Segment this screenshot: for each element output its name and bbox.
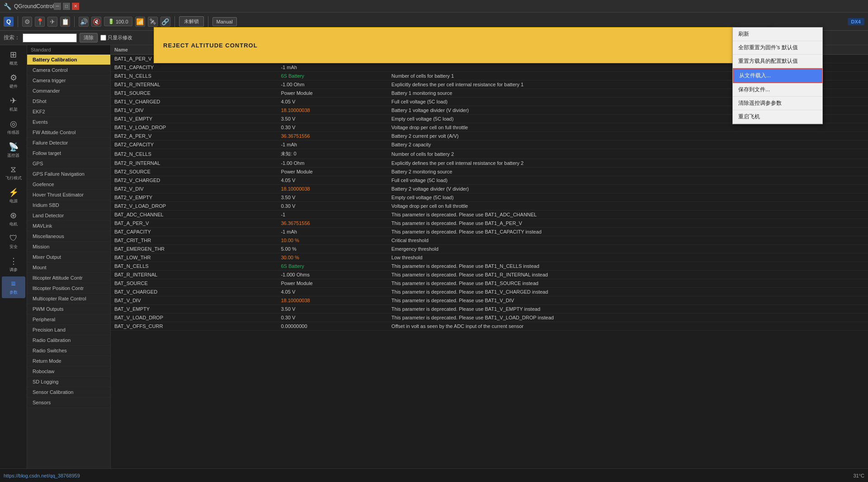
table-row[interactable]: BAT_LOW_THR30.00 %Low threshold — [111, 253, 868, 262]
param-value: -1 mAh — [277, 140, 387, 149]
ctx-item-refresh[interactable]: 刷新 — [733, 28, 822, 41]
table-row[interactable]: BAT2_SOURCEPower ModuleBattery 2 monitor… — [111, 168, 868, 176]
nav-item-battery-cal[interactable]: Battery Calibration — [27, 55, 110, 65]
sidebar-item-hardware[interactable]: ⚙硬件 — [2, 70, 25, 92]
nav-item-sensors[interactable]: Sensors — [27, 398, 110, 408]
nav-item-miscellaneous[interactable]: Miscellaneous — [27, 231, 110, 242]
clear-btn[interactable]: 清除 — [80, 33, 98, 42]
table-row[interactable]: BAT2_V_LOAD_DROP0.30 VVoltage drop per c… — [111, 202, 868, 211]
nav-item-mc-attitude[interactable]: llticopter Attitude Contr — [27, 273, 110, 283]
table-row[interactable]: BAT_V_CHARGED4.05 VThis parameter is dep… — [111, 288, 868, 296]
nav-item-land-detector[interactable]: Land Detector — [27, 211, 110, 221]
nav-item-events[interactable]: Events — [27, 117, 110, 127]
table-row[interactable]: BAT2_V_EMPTY3.50 VEmpty cell voltage (5C… — [111, 193, 868, 202]
gps-icon[interactable]: 🛰 — [148, 17, 158, 27]
sidebar-item-radio[interactable]: 📡遥控器 — [2, 139, 25, 161]
nav-item-radio-cal[interactable]: Radio Calibration — [27, 335, 110, 346]
param-value: 3.50 V — [277, 305, 387, 314]
table-row[interactable]: BAT_EMERGEN_THR5.00 %Emergency threshold — [111, 245, 868, 253]
nav-item-iridium[interactable]: Iridium SBD — [27, 200, 110, 211]
table-row[interactable]: BAT_V_EMPTY3.50 VThis parameter is depre… — [111, 305, 868, 314]
table-row[interactable]: BAT2_V_DIV18.10000038Battery 2 voltage d… — [111, 185, 868, 193]
ctx-item-clear-rc-params[interactable]: 清除遥控调参参数 — [733, 97, 822, 110]
nav-item-gps[interactable]: GPS — [27, 159, 110, 169]
logo-btn[interactable]: Q — [4, 17, 14, 27]
ctx-item-reset-all[interactable]: 全部重置为固件's 默认值 — [733, 41, 822, 55]
table-row[interactable]: BAT1_V_LOAD_DROP0.30 VVoltage drop per c… — [111, 123, 868, 132]
mode-btn[interactable]: Manual — [212, 17, 237, 26]
link-icon[interactable]: 🔗 — [160, 17, 170, 27]
table-row[interactable]: BAT2_R_INTERNAL-1.00 OhmExplicitly defin… — [111, 159, 868, 168]
table-row[interactable]: BAT_V_LOAD_DROP0.30 VThis parameter is d… — [111, 314, 868, 322]
table-row[interactable]: BAT2_V_CHARGED4.05 VFull cell voltage (5… — [111, 176, 868, 185]
sidebar-item-safety[interactable]: 🛡安全 — [2, 231, 25, 253]
document-icon[interactable]: 📋 — [60, 17, 70, 27]
plane-icon[interactable]: ✈ — [47, 17, 57, 27]
table-row[interactable]: BAT_SOURCEPower ModuleThis parameter is … — [111, 279, 868, 288]
table-row[interactable]: BAT_A_PER_V36.36751556This parameter is … — [111, 219, 868, 228]
close-btn[interactable]: ✕ — [72, 3, 79, 10]
search-input[interactable] — [23, 33, 77, 42]
nav-item-mavlink[interactable]: MAVLink — [27, 221, 110, 231]
nav-item-mc-position[interactable]: llticopter Position Contr — [27, 283, 110, 294]
signal-icon[interactable]: 📶 — [135, 17, 145, 27]
sidebar-item-flightmodes[interactable]: ⧖飞行模式 — [2, 162, 25, 184]
show-modified-checkbox[interactable] — [100, 35, 106, 41]
nav-item-dshot[interactable]: DShot — [27, 96, 110, 107]
sidebar-item-motor[interactable]: ⊛电机 — [2, 208, 25, 230]
table-row[interactable]: BAT2_CAPACITY-1 mAhBattery 2 capacity — [111, 140, 868, 149]
location-icon[interactable]: 📍 — [35, 17, 45, 27]
nav-item-ekf2[interactable]: EKF2 — [27, 107, 110, 117]
nav-item-hover-thrust[interactable]: Hover Thrust Estimator — [27, 190, 110, 200]
param-name: BAT2_N_CELLS — [111, 149, 277, 159]
nav-item-sensor-cal[interactable]: Sensor Calibration — [27, 387, 110, 398]
table-row[interactable]: BAT_CRIT_THR10.00 %Critical threshold — [111, 236, 868, 245]
sidebar-item-summary[interactable]: ⊞概览 — [2, 47, 25, 69]
settings-icon[interactable]: ⚙ — [22, 17, 32, 27]
nav-item-sd-logging[interactable]: SD Logging — [27, 377, 110, 387]
nav-item-precision-land[interactable]: Precision Land — [27, 325, 110, 335]
nav-item-return-mode[interactable]: Return Mode — [27, 356, 110, 366]
nav-item-mixer-output[interactable]: Mixer Output — [27, 252, 110, 262]
param-desc: Number of cells for battery 2 — [388, 149, 868, 159]
param-desc: Offset in volt as seen by the ADC input … — [388, 322, 868, 331]
minimize-btn[interactable]: ─ — [54, 3, 61, 10]
nav-item-camera-trigger[interactable]: Camera trigger — [27, 75, 110, 86]
nav-item-failure-detector[interactable]: Failure Detector — [27, 138, 110, 148]
sidebar-item-tuning[interactable]: ⋮调参 — [2, 253, 25, 276]
param-name: BAT1_N_CELLS — [111, 72, 277, 80]
table-row[interactable]: BAT_ADC_CHANNEL-1This parameter is depre… — [111, 211, 868, 219]
nav-item-mission[interactable]: Mission — [27, 242, 110, 252]
nav-item-mount[interactable]: Mount — [27, 262, 110, 273]
table-row[interactable]: BAT_V_DIV18.10000038This parameter is de… — [111, 296, 868, 305]
ctx-item-load-from-file[interactable]: 从文件载入... — [733, 68, 822, 83]
speaker-icon[interactable]: 🔊 — [79, 17, 89, 27]
sidebar-item-params[interactable]: ≡参数 — [2, 276, 25, 298]
nav-item-radio-switches[interactable]: Radio Switches — [27, 346, 110, 356]
sidebar-item-sensors[interactable]: ◎传感器 — [2, 116, 25, 138]
maximize-btn[interactable]: □ — [63, 3, 70, 10]
table-row[interactable]: BAT_R_INTERNAL-1.000 OhmsThis parameter … — [111, 271, 868, 279]
table-row[interactable]: BAT_V_OFFS_CURR0.00000000Offset in volt … — [111, 322, 868, 331]
nav-item-geofence[interactable]: Goefence — [27, 179, 110, 190]
ctx-item-reboot[interactable]: 重启飞机 — [733, 110, 822, 124]
nav-item-pwm-outputs[interactable]: PWM Outputs — [27, 304, 110, 314]
nav-item-follow-target[interactable]: Follow target — [27, 148, 110, 159]
nav-item-roboclaw[interactable]: Roboclaw — [27, 366, 110, 377]
nav-item-camera-control[interactable]: Camera Control — [27, 65, 110, 75]
table-row[interactable]: BAT2_A_PER_V36.36751556Battery 2 current… — [111, 132, 868, 140]
ctx-item-reset-recommended[interactable]: 重置方载具的配置默认值 — [733, 55, 822, 68]
table-row[interactable]: BAT_CAPACITY-1 mAhThis parameter is depr… — [111, 228, 868, 236]
sidebar-item-airframe[interactable]: ✈机架 — [2, 93, 25, 115]
nav-item-peripheral[interactable]: Peripheral — [27, 314, 110, 325]
nav-item-commander[interactable]: Commander — [27, 86, 110, 96]
nav-item-fw-attitude[interactable]: FW Attitude Control — [27, 127, 110, 138]
table-row[interactable]: BAT2_N_CELLS未知: 0Number of cells for bat… — [111, 149, 868, 159]
table-row[interactable]: BAT_N_CELLS6S BatteryThis parameter is d… — [111, 262, 868, 271]
nav-item-gps-failure[interactable]: GPS Failure Navigation — [27, 169, 110, 179]
lock-btn[interactable]: 未解锁 — [179, 16, 204, 27]
ctx-item-save-to-file[interactable]: 保存到文件... — [733, 83, 822, 97]
sidebar-item-power[interactable]: ⚡电源 — [2, 185, 25, 207]
mute-icon[interactable]: 🔇 — [91, 17, 101, 27]
nav-item-mc-rate[interactable]: Multicopter Rate Control — [27, 294, 110, 304]
